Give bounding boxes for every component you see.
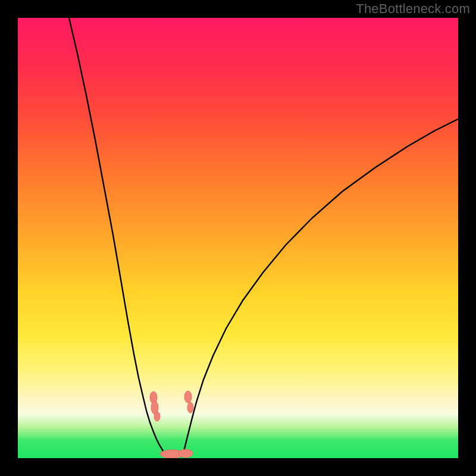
marker-point	[160, 450, 184, 458]
marker-point	[184, 391, 192, 403]
chart-frame: TheBottleneck.com	[0, 0, 476, 476]
watermark-text: TheBottleneck.com	[356, 1, 470, 17]
plot-area	[18, 18, 458, 458]
marker-point	[187, 402, 193, 413]
marker-point	[178, 449, 193, 458]
curve-left-branch	[69, 18, 165, 455]
bottleneck-curve	[18, 18, 458, 458]
marker-point	[150, 392, 157, 403]
marker-point	[151, 401, 158, 414]
marker-group	[150, 391, 193, 458]
curve-right-branch	[183, 119, 458, 455]
marker-point	[154, 412, 160, 421]
